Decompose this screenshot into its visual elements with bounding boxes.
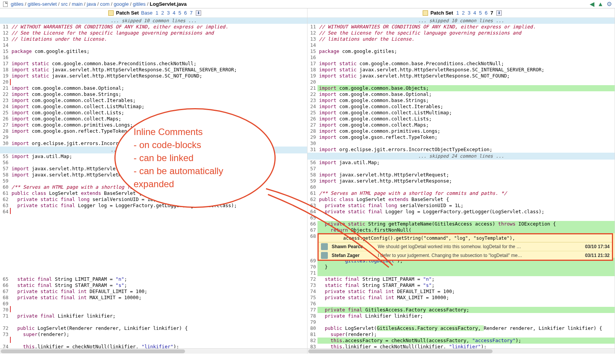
code-row[interactable]: 56 import java.util.Map; — [308, 160, 615, 166]
code-text[interactable] — [317, 79, 615, 85]
code-row[interactable]: 26 import com.google.common.collect.Maps… — [0, 116, 307, 122]
code-row[interactable]: 79 — [308, 319, 615, 325]
code-text[interactable]: private final Linkifier linkifier; — [10, 313, 307, 319]
line-number[interactable]: 69 — [308, 258, 317, 264]
code-text[interactable] — [10, 307, 307, 313]
code-text[interactable]: package com.google.gitiles; — [317, 48, 615, 54]
right-code[interactable]: 11 // WITHOUT WARRANTIES OR CONDITIONS O… — [308, 24, 615, 348]
patchset-num[interactable]: 2 — [461, 10, 465, 16]
code-text[interactable] — [10, 209, 307, 215]
breadcrumb-part[interactable]: gitiles — [133, 1, 145, 7]
code-row[interactable]: 30 import org.eclipse.jgit.errors.Incorr… — [0, 140, 307, 147]
code-row[interactable]: 14 — [0, 42, 307, 48]
code-text[interactable]: import com.google.common.primitives.Long… — [10, 122, 307, 128]
patchset-num[interactable]: 7 — [490, 10, 494, 16]
code-text[interactable] — [317, 319, 615, 325]
line-number[interactable]: 59 — [308, 178, 317, 184]
code-row[interactable]: 71 — [308, 270, 615, 276]
code-row[interactable]: 67 private static final int DEFAULT_LIMI… — [0, 288, 307, 295]
line-number[interactable]: 78 — [308, 313, 317, 319]
code-text[interactable]: private static final long serialVersionU… — [317, 203, 615, 209]
code-text[interactable]: import com.google.common.collect.Lists; — [10, 110, 307, 116]
code-row[interactable] — [0, 215, 307, 221]
line-number[interactable] — [0, 233, 10, 239]
line-number[interactable]: 57 — [0, 166, 10, 172]
code-text[interactable]: private final Linkifier linkifier; — [317, 313, 615, 319]
code-row[interactable]: 29 import com.google.gson.reflect.TypeTo… — [308, 134, 615, 140]
code-text[interactable] — [10, 252, 307, 258]
patchset-num[interactable]: 1 — [455, 10, 460, 16]
code-row[interactable] — [0, 270, 307, 276]
code-text[interactable]: static final String LIMIT_PARAM = "n"; — [10, 276, 307, 282]
code-text[interactable]: import com.google.common.base.Objects; — [317, 85, 615, 91]
code-row[interactable]: 12 // See the License for the specific l… — [308, 30, 615, 36]
line-number[interactable]: 61 — [308, 190, 317, 196]
code-text[interactable]: private final GitilesAccess.Factory acce… — [317, 307, 615, 313]
comment-row[interactable]: Stefan Zager I defer to your judgement. … — [319, 251, 612, 260]
line-number[interactable]: 68 — [308, 233, 317, 239]
code-row[interactable]: 63 private static final Logger log = Log… — [0, 203, 307, 209]
code-row[interactable]: 60 /** Serves an HTML page with a shortl… — [0, 184, 307, 190]
code-text[interactable] — [10, 227, 307, 233]
line-number[interactable]: 82 — [308, 338, 317, 344]
line-number[interactable]: 25 — [0, 110, 10, 116]
line-number[interactable]: 67 — [308, 227, 317, 233]
code-text[interactable] — [10, 221, 307, 227]
line-number[interactable]: 72 — [308, 276, 317, 282]
line-number[interactable]: 24 — [0, 104, 10, 110]
code-row[interactable]: 81 super(renderer); — [308, 331, 615, 338]
line-number[interactable]: 66 — [308, 221, 317, 227]
code-row[interactable]: 63 private static final long serialVersi… — [308, 203, 615, 209]
code-row[interactable]: 21 import com.google.common.base.Optiona… — [0, 85, 307, 91]
code-row[interactable]: 11 // WITHOUT WARRANTIES OR CONDITIONS O… — [308, 24, 615, 30]
code-row[interactable]: 72 static final String LIMIT_PARAM = "n"… — [308, 276, 615, 282]
line-number[interactable]: 63 — [308, 203, 317, 209]
code-text[interactable]: import javax.servlet.http.HttpServletRes… — [10, 172, 307, 178]
code-text[interactable]: import static javax.servlet.http.HttpSer… — [10, 73, 307, 79]
line-number[interactable]: 23 — [308, 97, 317, 104]
line-number[interactable]: 20 — [308, 79, 317, 85]
code-text[interactable]: this.linkifier = checkNotNull(linkifier,… — [10, 344, 307, 348]
code-row[interactable]: 25 import com.google.common.collect.List… — [0, 110, 307, 116]
line-number[interactable]: 62 — [0, 196, 10, 203]
code-text[interactable]: /** Serves an HTML page with a shortlog … — [10, 184, 307, 190]
code-text[interactable]: import javax.servlet.http.HttpServletRes… — [317, 178, 615, 184]
code-row[interactable]: 64 private static final Logger log = Log… — [308, 209, 615, 215]
code-row[interactable]: 75 private static final int MAX_LIMIT = … — [308, 295, 615, 301]
line-number[interactable]: 73 — [308, 282, 317, 288]
code-text[interactable]: // See the License for the specific lang… — [317, 30, 615, 36]
line-number[interactable]: 25 — [308, 110, 317, 116]
skip-line[interactable]: ... skipped 24 common lines ... — [308, 153, 615, 160]
code-row[interactable]: 13 // limitations under the License. — [0, 36, 307, 42]
line-number[interactable]: 64 — [0, 209, 10, 215]
code-row[interactable]: 23 import com.google.common.base.Strings… — [308, 97, 615, 104]
right-scrollbar[interactable] — [308, 348, 615, 354]
line-number[interactable]: 69 — [0, 301, 10, 307]
code-text[interactable] — [10, 239, 307, 245]
line-number[interactable]: 23 — [0, 97, 10, 104]
code-row[interactable]: 24 import com.google.common.collect.Iter… — [308, 104, 615, 110]
breadcrumb-part[interactable]: main — [72, 1, 83, 7]
line-number[interactable]: 65 — [308, 215, 317, 221]
code-row[interactable]: 57 — [308, 166, 615, 172]
code-text[interactable]: import com.google.common.base.Optional; — [10, 85, 307, 91]
code-text[interactable] — [10, 160, 307, 166]
patchset-num[interactable]: 2 — [160, 10, 165, 16]
code-row[interactable]: 27 import com.google.common.primitives.L… — [0, 122, 307, 128]
code-text[interactable]: // WITHOUT WARRANTIES OR CONDITIONS OF A… — [317, 24, 615, 30]
code-text[interactable]: private static final int DEFAULT_LIMIT =… — [317, 288, 615, 295]
code-row[interactable]: 61 /** Serves an HTML page with a shortl… — [308, 190, 615, 196]
code-text[interactable]: this.linkifier = checkNotNull(linkifier,… — [317, 344, 615, 348]
code-row[interactable]: 66 static final String START_PARAM = "s"… — [0, 282, 307, 288]
code-row[interactable]: 22 import com.google.common.base.Strings… — [0, 91, 307, 97]
code-row[interactable]: 82 this.accessFactory = checkNotNull(acc… — [308, 338, 615, 344]
breadcrumb-part[interactable]: gitiles — [11, 1, 23, 7]
code-row[interactable] — [0, 233, 307, 239]
line-number[interactable]: 81 — [308, 331, 317, 338]
line-number[interactable]: 13 — [308, 36, 317, 42]
code-text[interactable]: this.accessFactory = checkNotNull(access… — [317, 338, 615, 344]
code-row[interactable]: 59 — [0, 178, 307, 184]
line-number[interactable] — [0, 227, 10, 233]
line-number[interactable]: 76 — [308, 301, 317, 307]
code-text[interactable]: private static final int DEFAULT_LIMIT =… — [10, 288, 307, 295]
